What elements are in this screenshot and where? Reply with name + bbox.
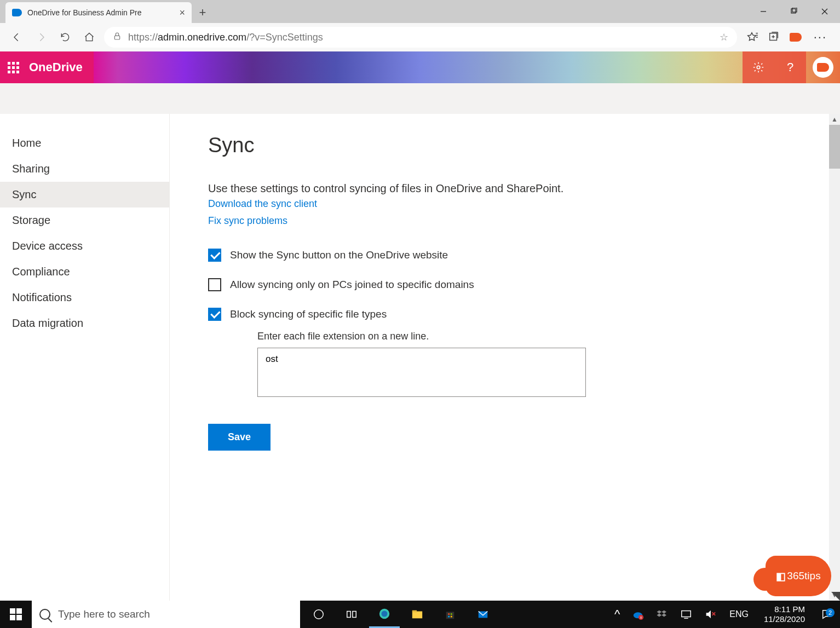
url-text: https://admin.onedrive.com/?v=SyncSettin… (128, 32, 323, 43)
onedrive-header: OneDrive ? (0, 51, 840, 83)
onedrive-favicon-icon (12, 9, 22, 16)
clock-date: 11/28/2020 (764, 614, 805, 624)
office-logo-icon: ◧ (776, 570, 786, 583)
notifications-icon[interactable]: 2 (816, 608, 838, 620)
account-avatar[interactable] (813, 57, 833, 78)
file-explorer-icon[interactable] (402, 601, 433, 628)
save-button[interactable]: Save (208, 424, 271, 451)
checkbox-row-show-sync: Show the Sync button on the OneDrive web… (208, 249, 840, 262)
tab-title: OneDrive for Business Admin Pre (27, 8, 142, 17)
svg-rect-24 (451, 613, 452, 615)
checkbox-show-sync-label: Show the Sync button on the OneDrive web… (230, 249, 448, 261)
notification-count: 2 (826, 608, 835, 617)
svg-rect-26 (451, 616, 452, 618)
checkbox-block[interactable] (208, 308, 221, 321)
page-corner-icon (831, 592, 840, 601)
onedrive-tray-icon[interactable]: x (629, 601, 647, 628)
window-controls (748, 0, 840, 23)
svg-point-19 (382, 610, 388, 617)
svg-rect-1 (791, 9, 796, 13)
svg-rect-22 (446, 612, 454, 619)
vertical-scrollbar[interactable]: ▲ ▼ (829, 114, 840, 601)
download-sync-client-link[interactable]: Download the sync client (208, 196, 840, 212)
svg-rect-16 (347, 612, 350, 618)
checkbox-show-sync[interactable] (208, 249, 221, 262)
close-window-button[interactable] (809, 0, 840, 23)
sidebar-item-sync[interactable]: Sync (0, 182, 169, 208)
back-button[interactable] (8, 28, 26, 47)
svg-rect-31 (682, 611, 691, 617)
svg-rect-23 (448, 613, 450, 615)
sub-header (0, 83, 840, 114)
checkbox-row-domains: Allow syncing only on PCs joined to spec… (208, 278, 840, 291)
svg-point-15 (314, 610, 324, 619)
settings-gear-icon[interactable] (743, 51, 774, 83)
maximize-button[interactable] (779, 0, 809, 23)
favorite-star-icon[interactable]: ☆ (720, 31, 728, 43)
start-button[interactable] (0, 601, 32, 628)
browser-menu-button[interactable]: ··· (808, 30, 832, 44)
scroll-up-icon[interactable]: ▲ (829, 114, 840, 125)
checkbox-domains[interactable] (208, 278, 221, 291)
microsoft-store-icon[interactable] (435, 601, 465, 628)
page-body: Home Sharing Sync Storage Device access … (0, 114, 840, 601)
favorites-list-icon[interactable] (743, 28, 761, 47)
sidebar-item-sharing[interactable]: Sharing (0, 156, 169, 182)
svg-rect-25 (448, 616, 450, 618)
minimize-button[interactable] (748, 0, 779, 23)
dropbox-tray-icon[interactable] (653, 601, 671, 628)
windows-logo-icon (10, 608, 22, 620)
svg-rect-17 (353, 612, 356, 618)
scroll-thumb[interactable] (829, 125, 840, 169)
sidebar-item-home[interactable]: Home (0, 130, 169, 156)
checkbox-domains-label: Allow syncing only on PCs joined to spec… (230, 279, 474, 291)
edge-browser-icon[interactable] (369, 601, 400, 628)
refresh-button[interactable] (56, 28, 74, 47)
search-placeholder: Type here to search (58, 608, 150, 620)
forward-button[interactable] (32, 28, 50, 47)
content-area: Sync Use these settings to control synci… (170, 114, 840, 601)
browser-tabbar: OneDrive for Business Admin Pre × + (0, 0, 840, 23)
url-input[interactable]: https://admin.onedrive.com/?v=SyncSettin… (104, 27, 737, 48)
clock-time: 8:11 PM (764, 604, 805, 614)
svg-rect-20 (412, 612, 422, 619)
collections-icon[interactable] (764, 28, 783, 47)
fix-sync-problems-link[interactable]: Fix sync problems (208, 213, 840, 229)
new-tab-button[interactable]: + (192, 2, 214, 23)
sidebar-item-data-migration[interactable]: Data migration (0, 310, 169, 336)
svg-rect-21 (412, 610, 417, 613)
tray-overflow-icon[interactable]: ^ (611, 601, 623, 628)
badge-text: 365tips (787, 570, 820, 582)
sidebar-item-device-access[interactable]: Device access (0, 233, 169, 259)
cortana-icon[interactable] (303, 601, 334, 628)
project-tray-icon[interactable] (677, 601, 695, 628)
app-launcher-icon[interactable] (8, 62, 19, 73)
svg-rect-5 (114, 36, 119, 39)
extension-label: Enter each file extension on a new line. (257, 331, 840, 342)
extension-cloud-icon[interactable] (786, 28, 805, 47)
home-button[interactable] (80, 28, 99, 47)
language-indicator[interactable]: ENG (725, 609, 753, 619)
checkbox-row-block: Block syncing of specific file types (208, 308, 840, 321)
mail-icon[interactable] (468, 601, 498, 628)
volume-muted-icon[interactable] (701, 601, 720, 628)
browser-chrome: OneDrive for Business Admin Pre × + http… (0, 0, 840, 51)
extension-textarea[interactable] (257, 348, 586, 397)
sidebar-item-storage[interactable]: Storage (0, 208, 169, 233)
browser-address-bar: https://admin.onedrive.com/?v=SyncSettin… (0, 23, 840, 51)
system-tray: ^ x ENG 8:11 PM 11/28/2020 2 (609, 601, 840, 628)
sidebar-item-notifications[interactable]: Notifications (0, 285, 169, 310)
help-icon[interactable]: ? (774, 51, 806, 83)
sidebar-item-compliance[interactable]: Compliance (0, 259, 169, 285)
extension-block: Enter each file extension on a new line. (257, 331, 840, 399)
clock[interactable]: 8:11 PM 11/28/2020 (758, 604, 810, 624)
checkbox-block-label: Block syncing of specific file types (230, 308, 387, 320)
lock-icon (113, 31, 122, 44)
browser-tab[interactable]: OneDrive for Business Admin Pre × (5, 2, 192, 23)
page-description: Use these settings to control syncing of… (208, 182, 840, 195)
app-title: OneDrive (29, 60, 83, 74)
task-view-icon[interactable] (336, 601, 367, 628)
taskbar-search[interactable]: Type here to search (32, 601, 300, 628)
close-tab-icon[interactable]: × (179, 7, 185, 19)
svg-rect-2 (792, 8, 797, 12)
